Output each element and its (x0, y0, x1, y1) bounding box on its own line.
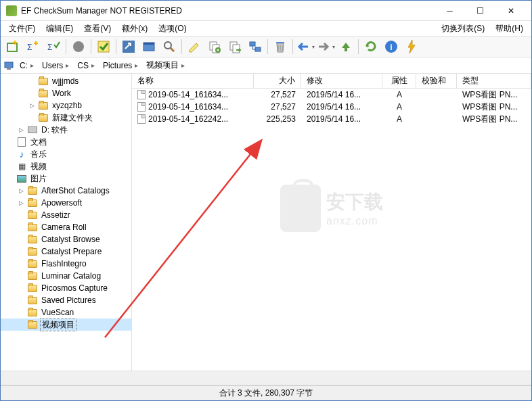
shortcut-button[interactable] (119, 37, 138, 56)
column-checksum[interactable]: 校验和 (416, 74, 457, 88)
toolbar: Σ Σ ▾ ▾ i (1, 36, 531, 57)
tree-item[interactable]: ▷xyzqzhb (1, 99, 131, 112)
refresh-button[interactable] (361, 37, 380, 56)
tree-item[interactable]: Catalyst Browse (1, 233, 131, 245)
menu-extra[interactable]: 额外(x) (116, 22, 153, 36)
tree-item[interactable]: Picosmos Capture (1, 282, 131, 294)
menu-options[interactable]: 选项(O) (153, 22, 192, 36)
list-row[interactable]: 2019-05-14_161634...27,5272019/5/14 16..… (132, 101, 531, 113)
tree-item[interactable]: FlashIntegro (1, 258, 131, 270)
breadcrumb-item[interactable]: CS▸ (73, 60, 99, 72)
sidebar-tree[interactable]: wjjjmdsWork▷xyzqzhb新建文件夹▷D: 软件文档♪音乐▦视频图片… (1, 74, 132, 371)
column-type[interactable]: 类型 (457, 74, 531, 88)
expander-icon[interactable] (17, 223, 25, 231)
menu-edit[interactable]: 编辑(E) (41, 22, 79, 36)
bolt-button[interactable] (402, 37, 421, 56)
column-name[interactable]: 名称 (132, 74, 254, 88)
list-body[interactable]: 2019-05-14_161634...27,5272019/5/14 16..… (132, 89, 531, 371)
tree-label: 音乐 (29, 149, 48, 160)
expander-icon[interactable]: ▷ (17, 199, 25, 207)
forward-button[interactable]: ▾ (316, 37, 335, 56)
new-checksum-button[interactable] (3, 37, 22, 56)
up-button[interactable] (336, 37, 355, 56)
expander-icon[interactable] (17, 296, 25, 304)
tree-item[interactable]: Catalyst Prepare (1, 245, 131, 258)
tree-item[interactable]: VueScan (1, 306, 131, 319)
tree-label: xyzqzhb (51, 101, 83, 110)
expander-icon[interactable] (6, 162, 14, 170)
expander-icon[interactable] (17, 284, 25, 292)
file-icon (137, 90, 146, 99)
tree-item[interactable]: ▷D: 软件 (1, 124, 131, 136)
breadcrumb-item[interactable]: C:▸ (16, 60, 38, 72)
column-attr[interactable]: 属性 (382, 74, 416, 88)
breadcrumb-item[interactable]: Users▸ (38, 60, 73, 72)
tree-item[interactable]: ♪音乐 (1, 148, 131, 160)
tree-item[interactable]: Luminar Catalog (1, 270, 131, 282)
maximize-button[interactable]: ☐ (465, 1, 495, 20)
tree-item[interactable]: ▷Apowersoft (1, 197, 131, 209)
menu-help[interactable]: 帮助(H) (490, 22, 529, 36)
expander-icon[interactable] (17, 235, 25, 243)
expander-icon[interactable] (6, 150, 14, 158)
tree-item[interactable]: ▦视频 (1, 160, 131, 172)
tree-item[interactable]: 文档 (1, 136, 131, 148)
trash-button[interactable] (271, 37, 290, 56)
close-button[interactable]: ✕ (495, 1, 526, 20)
verify-button[interactable] (94, 37, 113, 56)
tree-item[interactable]: wjjjmds (1, 75, 131, 87)
breadcrumb-item[interactable]: 视频项目▸ (142, 58, 189, 72)
menu-view[interactable]: 查看(V) (79, 22, 116, 36)
breadcrumb-item[interactable]: Pictures▸ (99, 60, 142, 72)
breadcrumb: C:▸Users▸CS▸Pictures▸视频项目▸ (1, 57, 531, 74)
expander-icon[interactable] (28, 114, 36, 122)
tree-item[interactable]: Saved Pictures (1, 294, 131, 306)
expander-icon[interactable]: ▷ (17, 187, 25, 195)
svg-rect-4 (98, 41, 109, 52)
column-modified[interactable]: 修改 (301, 74, 382, 88)
search-button[interactable] (160, 37, 179, 56)
sigma-check-button[interactable]: Σ (44, 37, 63, 56)
expander-icon[interactable]: ▷ (28, 101, 36, 110)
menu-switch-list[interactable]: 切换列表(S) (436, 22, 490, 36)
expander-icon[interactable] (6, 174, 14, 183)
expander-icon[interactable] (17, 321, 25, 329)
column-size[interactable]: 大小 (254, 74, 301, 88)
copy-add-button[interactable] (205, 37, 224, 56)
tree-item[interactable]: Work (1, 87, 131, 99)
info-button[interactable]: i (382, 37, 401, 56)
expander-icon[interactable] (28, 77, 36, 85)
edit-button[interactable] (185, 37, 204, 56)
doc-icon (16, 137, 27, 147)
svg-rect-19 (5, 62, 13, 68)
expander-icon[interactable]: ▷ (17, 126, 25, 134)
tree-label: Assetizr (40, 210, 72, 220)
sigma-add-button[interactable]: Σ (24, 37, 43, 56)
svg-text:Σ: Σ (27, 43, 32, 52)
tree-item[interactable]: 新建文件夹 (1, 112, 131, 124)
copy-next-button[interactable] (225, 37, 244, 56)
folder-icon (27, 235, 38, 244)
expander-icon[interactable] (17, 247, 25, 256)
tree-label: Catalyst Browse (40, 235, 102, 244)
expander-icon[interactable] (28, 89, 36, 97)
tree-item[interactable]: Camera Roll (1, 221, 131, 233)
list-row[interactable]: 2019-05-14_161634...27,5272019/5/14 16..… (132, 89, 531, 101)
tree-item[interactable]: ▷AfterShot Catalogs (1, 185, 131, 197)
tree-item[interactable]: 视频项目 (1, 319, 131, 331)
record-button[interactable] (69, 37, 88, 56)
folder-icon (27, 210, 38, 220)
expander-icon[interactable] (17, 308, 25, 316)
back-button[interactable]: ▾ (296, 37, 315, 56)
minimize-button[interactable]: ─ (435, 1, 465, 20)
list-row[interactable]: 2019-05-14_162242...225,2532019/5/14 16.… (132, 113, 531, 125)
menu-file[interactable]: 文件(F) (3, 22, 41, 36)
tree-item[interactable]: Assetizr (1, 209, 131, 221)
expander-icon[interactable] (17, 260, 25, 268)
network-button[interactable] (246, 37, 265, 56)
expander-icon[interactable] (6, 138, 14, 146)
window-button[interactable] (139, 37, 158, 56)
expander-icon[interactable] (17, 272, 25, 280)
tree-item[interactable]: 图片 (1, 172, 131, 185)
expander-icon[interactable] (17, 211, 25, 219)
